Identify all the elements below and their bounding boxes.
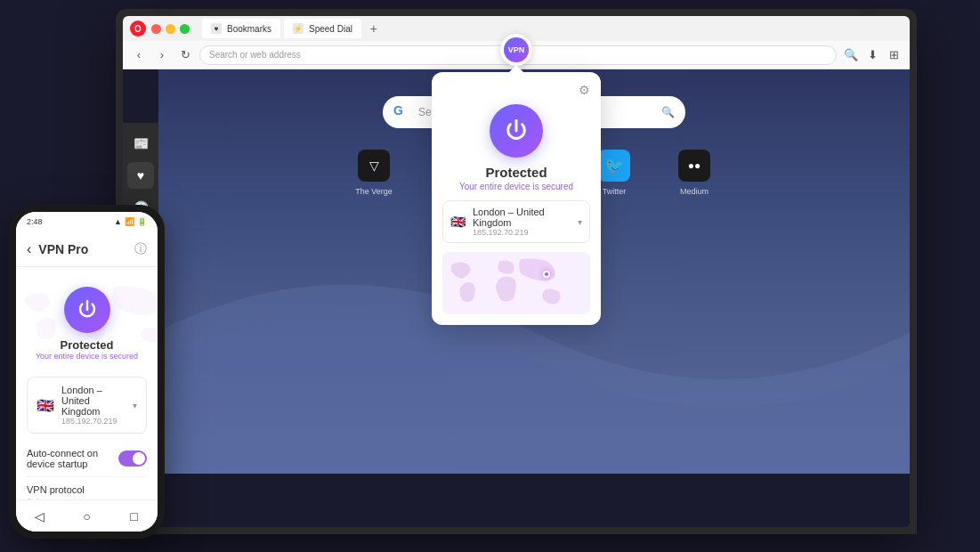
new-tab-button[interactable]: + (365, 20, 383, 37)
vpn-settings-button[interactable]: ⚙ (579, 83, 590, 97)
phone-protocol-label: VPN protocol (27, 484, 147, 495)
vpn-location-selector[interactable]: 🇬🇧 London – United Kingdom 185.192.70.21… (442, 200, 590, 243)
verge-label: The Verge (355, 187, 393, 196)
phone-status-icons: ▲ 📶 🔋 (114, 217, 147, 226)
vpn-status-sub: Your entire device is secured (442, 182, 590, 191)
twitter-label: Twitter (603, 187, 627, 196)
signal-icon: 📶 (125, 217, 134, 226)
world-map-svg (442, 252, 590, 314)
phone-location-name: London – United Kingdom (61, 385, 126, 417)
phone-auto-connect-toggle[interactable] (118, 451, 147, 467)
speed-dial-item-verge[interactable]: ▽ The Verge (337, 142, 410, 203)
uk-flag-icon: 🇬🇧 (450, 215, 466, 229)
toolbar-right: 🔍 ⬇ ⊞ (842, 46, 903, 64)
phone-vpn-power-area: Protected Your entire device is secured (27, 278, 147, 369)
tab-favicon-speeddial: ⚡ (293, 23, 304, 34)
forward-button[interactable]: › (153, 46, 171, 64)
vpn-popup: ⚙ Protected Your entire device is secure… (432, 72, 601, 325)
vpn-location-info: London – United Kingdom 185.192.70.219 (473, 207, 571, 237)
phone-auto-connect-label: Auto-connect on device startup (27, 448, 118, 469)
power-icon (504, 118, 529, 143)
phone-location-selector[interactable]: 🇬🇧 London – United Kingdom 185.192.70.21… (27, 377, 147, 434)
wifi-icon: ▲ (114, 217, 122, 226)
maximize-button[interactable] (180, 24, 190, 34)
phone-nav-bar: ◁ ○ □ (16, 499, 158, 532)
vpn-location-name: London – United Kingdom (473, 207, 571, 228)
tab-favicon-bookmarks: ♥ (211, 23, 222, 34)
back-button[interactable]: ‹ (130, 46, 148, 64)
close-button[interactable] (151, 24, 161, 34)
twitter-icon: 🐦 (598, 150, 630, 182)
reload-button[interactable]: ↻ (176, 46, 194, 64)
vpn-power-container (442, 104, 590, 158)
vpn-badge-button[interactable]: VPN (500, 34, 532, 66)
phone-back-button[interactable]: ‹ (27, 241, 31, 257)
vpn-power-button[interactable] (490, 104, 543, 158)
traffic-lights (151, 24, 190, 34)
phone-vpn-power-button[interactable] (64, 287, 110, 333)
speed-dial-tab[interactable]: ⚡ Speed Dial (284, 19, 361, 38)
phone-screen: 2:48 ▲ 📶 🔋 ‹ VPN Pro ⓘ (16, 212, 158, 532)
laptop-screen: O ♥ Bookmarks ⚡ Speed Dial + ‹ › (123, 16, 910, 527)
phone-status-bar: 2:48 ▲ 📶 🔋 (16, 212, 158, 231)
phone-location-info: London – United Kingdom 185.192.70.219 (61, 385, 126, 426)
phone-chevron-icon: ▾ (133, 401, 137, 410)
phone-recents-nav[interactable]: □ (122, 504, 147, 529)
battery-icon: 🔋 (137, 217, 147, 226)
bookmarks-tab[interactable]: ♥ Bookmarks (202, 19, 280, 38)
phone-shell: 2:48 ▲ 📶 🔋 ‹ VPN Pro ⓘ (9, 205, 165, 539)
phone-protected-status: Protected (61, 338, 114, 352)
map-location-dot (543, 271, 550, 278)
search-icon: 🔍 (661, 106, 675, 118)
phone-home-nav[interactable]: ○ (75, 504, 100, 529)
chevron-down-icon: ▾ (578, 217, 582, 227)
vpn-popup-header: ⚙ (442, 83, 590, 97)
bookmarks-tab-label: Bookmarks (227, 24, 271, 34)
laptop-shell: O ♥ Bookmarks ⚡ Speed Dial + ‹ › (116, 9, 917, 534)
phone-info-button[interactable]: ⓘ (134, 241, 147, 257)
phone-back-nav[interactable]: ◁ (28, 504, 53, 529)
speed-dial-item-medium[interactable]: ●● Medium (658, 142, 731, 203)
phone-app-title: VPN Pro (38, 242, 127, 256)
phone-power-icon (77, 299, 98, 321)
phone-auto-connect-row: Auto-connect on device startup (27, 441, 147, 477)
opera-logo: O (130, 20, 146, 37)
verge-icon: ▽ (358, 150, 390, 182)
phone-uk-flag-icon: 🇬🇧 (36, 397, 54, 414)
phone-header: ‹ VPN Pro ⓘ (16, 231, 158, 267)
vpn-location-ip: 185.192.70.219 (473, 228, 571, 237)
search-button[interactable]: 🔍 (842, 46, 860, 64)
medium-icon: ●● (678, 150, 710, 182)
phone-protocol-row: VPN protocol Auto (27, 477, 147, 499)
extensions-button[interactable]: ⊞ (885, 46, 903, 64)
minimize-button[interactable] (166, 24, 175, 34)
vpn-world-map (442, 252, 590, 314)
vpn-status: Protected (442, 165, 590, 180)
phone-vpn-content: Protected Your entire device is secured … (16, 267, 158, 499)
address-text: Search or web address (209, 50, 301, 60)
google-logo: G (393, 103, 411, 121)
phone-location-ip: 185.192.70.219 (61, 417, 126, 426)
speed-dial-tab-label: Speed Dial (309, 24, 352, 34)
medium-label: Medium (680, 187, 709, 196)
sidebar-icon-news[interactable]: 📰 (127, 130, 154, 157)
browser-tabs: ♥ Bookmarks ⚡ Speed Dial + (202, 19, 903, 38)
vpn-badge-inner: VPN (504, 37, 529, 62)
vpn-badge-label: VPN (508, 45, 525, 54)
sidebar-icon-bookmarks[interactable]: ♥ (127, 162, 154, 189)
phone-time: 2:48 (27, 217, 43, 226)
phone-secured-sub: Your entire device is secured (36, 352, 138, 361)
download-button[interactable]: ⬇ (863, 46, 881, 64)
